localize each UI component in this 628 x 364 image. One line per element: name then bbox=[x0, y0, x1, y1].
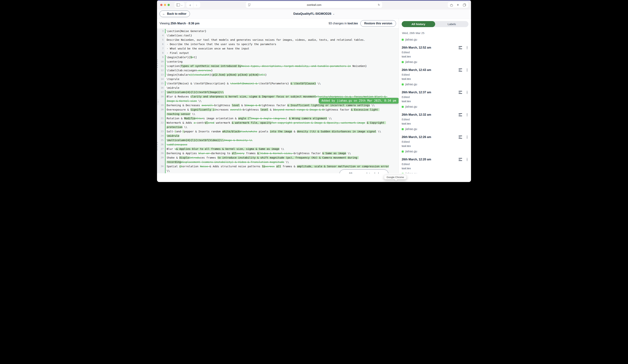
deleted-text: Image & B bbox=[246, 104, 260, 107]
zoom-window-button[interactable] bbox=[167, 4, 170, 6]
line-number: 11 bbox=[157, 64, 165, 68]
history-entry[interactable]: 26th March, 12:37 am Edited tool.tex jia… bbox=[402, 91, 469, 108]
inserted-text: & \textbf{Cause} bbox=[291, 82, 316, 85]
code-text[interactable]: - What would be the execution once we ha… bbox=[165, 46, 398, 51]
code-text[interactable]: \midrule bbox=[165, 86, 398, 90]
code-line: 9 \begin{table*}[h!t] bbox=[157, 55, 398, 60]
close-window-button[interactable] bbox=[160, 4, 162, 6]
code-text[interactable]: \addlinespace bbox=[165, 142, 398, 147]
code-segment: rightness factor bbox=[260, 104, 287, 107]
more-actions-icon[interactable] bbox=[467, 46, 467, 49]
history-entry[interactable]: 26th March, 12:32 am Edited tool.tex jia… bbox=[402, 113, 469, 131]
code-text[interactable]: Shake & DisplaIntroduces frames to intro… bbox=[165, 155, 398, 164]
code-text[interactable]: Darkening & Decreases overall brightness… bbox=[165, 103, 398, 107]
more-actions-icon[interactable] bbox=[467, 91, 467, 94]
code-line: 26 \addlinespace bbox=[157, 142, 398, 147]
code-text[interactable]: \multicolumn{4}{l}{\textbf{Image}}\\ bbox=[165, 90, 398, 94]
code-segment: \midrule bbox=[167, 86, 179, 89]
more-actions-icon[interactable] bbox=[467, 113, 467, 116]
minimize-window-button[interactable] bbox=[164, 4, 166, 6]
main-content: Viewing 25th March · 8:36 pm 93 changes … bbox=[157, 18, 471, 173]
history-entry[interactable]: 26th March, 12:26 am Edited tool.tex jia… bbox=[402, 136, 469, 153]
code-text[interactable]: \label{tab:noisegen_overview} bbox=[165, 68, 398, 73]
browser-sidebar-button[interactable]: ⌄ bbox=[174, 2, 184, 8]
tab-labels[interactable]: Labels bbox=[435, 21, 469, 27]
code-text[interactable]: \caption{Types of synthetic noise introd… bbox=[165, 64, 398, 68]
code-text[interactable]: \toprule bbox=[165, 77, 398, 81]
more-actions-icon[interactable] bbox=[467, 69, 467, 72]
forward-button[interactable]: › bbox=[193, 2, 200, 8]
code-text[interactable]: \multicolumn{4}{l}{\textbf{Video}}\\Imag… bbox=[165, 138, 398, 142]
code-text[interactable]: \centering bbox=[165, 60, 398, 64]
code-text[interactable]: Describe NoiseGen, our tool that models … bbox=[165, 38, 398, 42]
code-text[interactable]: Overexposure & Significantly iIncreases … bbox=[165, 107, 398, 116]
code-text[interactable]: \midrule bbox=[165, 134, 398, 138]
code-segment: Salt- bbox=[167, 130, 175, 133]
inserted-text: into the image bbox=[270, 130, 292, 133]
back-button[interactable]: ‹ bbox=[187, 2, 193, 8]
drag-handle[interactable] bbox=[157, 142, 158, 150]
inserted-text: al bbox=[205, 121, 208, 124]
address-bar[interactable]: overleaf.com ↻ bbox=[246, 2, 382, 8]
code-segment: ncreases bbox=[216, 108, 230, 111]
entry-time: 26th March, 12:37 am bbox=[402, 91, 431, 94]
compare-icon[interactable] bbox=[459, 158, 462, 161]
tab-all-history[interactable]: All history bbox=[402, 21, 435, 27]
code-text[interactable]: Salt--and--pepper & Inserts random white… bbox=[165, 129, 398, 134]
line-number: 31 bbox=[157, 173, 165, 173]
code-line: 17 \multicolumn{4}{l}{\textbf{Image}}\\ bbox=[157, 90, 398, 94]
code-text[interactable]: \textbf{Noise} & \textbf{Description} & … bbox=[165, 81, 398, 86]
collapse-panel-handle[interactable]: ‹ bbox=[157, 99, 159, 105]
more-actions-icon[interactable] bbox=[467, 136, 467, 139]
code-text[interactable]: \begin{table*}[h!t] bbox=[165, 55, 398, 60]
history-entry[interactable]: 26th March, 12:20 am Edited tool.tex jia… bbox=[402, 158, 469, 173]
code-text[interactable]: \label{sec:tool} bbox=[165, 33, 398, 38]
code-line: 4 \label{sec:tool} bbox=[157, 33, 398, 38]
code-text[interactable]: - Final output bbox=[165, 51, 398, 55]
more-actions-icon[interactable] bbox=[467, 158, 467, 161]
code-segment: \begin{table*}[ bbox=[167, 56, 190, 59]
code-text[interactable]: \begin{tabularx}{\textwidth}{p{2.5cm} p{… bbox=[165, 73, 398, 77]
line-number: 14 bbox=[157, 77, 165, 81]
code-segment: \\ bbox=[376, 130, 381, 133]
entry-action: Edited bbox=[402, 51, 469, 54]
compare-icon[interactable] bbox=[459, 46, 462, 49]
code-text[interactable]: \section{Noise Generator} bbox=[165, 29, 398, 33]
compare-icon[interactable] bbox=[459, 113, 462, 116]
code-text[interactable]: - Describe the interface that the user u… bbox=[165, 42, 398, 46]
inserted-text: level bbox=[260, 108, 268, 111]
reload-icon[interactable]: ↻ bbox=[378, 3, 380, 6]
back-to-editor-button[interactable]: ← Back to editor bbox=[159, 10, 190, 17]
share-icon[interactable]: ↑ bbox=[450, 3, 453, 6]
code-segment: darkening to bbox=[211, 152, 232, 155]
code-segment: brightness bbox=[243, 108, 260, 111]
restore-version-button[interactable]: Restore this version bbox=[360, 20, 396, 27]
code-text[interactable]: Watermark & Adds a centralered watermark… bbox=[165, 121, 398, 129]
drag-handle[interactable] bbox=[157, 60, 158, 68]
history-entry[interactable]: 26th March, 12:52 am Edited tool.tex jia… bbox=[402, 46, 469, 64]
code-text[interactable]: Darkening & Applies blur or darkening to… bbox=[165, 151, 398, 155]
entry-time: 26th March, 12:20 am bbox=[402, 158, 431, 161]
code-segment: watermark bbox=[214, 121, 232, 124]
code-text[interactable]: Blur \& Applies blur to all frames & ker… bbox=[165, 147, 398, 151]
inserted-text: to bbox=[262, 165, 265, 168]
new-tab-icon[interactable]: + bbox=[457, 3, 459, 7]
more-updates-button[interactable]: ↓ 28 more updates below bbox=[339, 169, 389, 173]
code-text[interactable]: Rotation & ModifieAlters image orientati… bbox=[165, 116, 398, 121]
code-segment: \\ bbox=[316, 82, 321, 85]
left-arrow-icon: ← bbox=[162, 12, 165, 16]
history-entry[interactable]: 26th March, 12:43 am Edited tool.tex jia… bbox=[402, 68, 469, 86]
diff-code-editor[interactable]: 3 \section{Noise Generator} 4 \label{sec… bbox=[157, 28, 398, 173]
code-segment: \\ bbox=[370, 104, 375, 107]
compare-icon[interactable] bbox=[459, 136, 462, 139]
compare-icon[interactable] bbox=[459, 91, 462, 94]
project-title[interactable]: DataQualityFL-SIGMOD26 ⌄ bbox=[294, 12, 335, 16]
compare-icon[interactable] bbox=[459, 69, 462, 72]
tab-overview-icon[interactable] bbox=[463, 4, 466, 6]
code-segment: \begin{tabular bbox=[167, 73, 189, 76]
deleted-text: Alter bbox=[195, 117, 203, 120]
code-segment: }{ bbox=[210, 73, 213, 76]
deleted-text: Noise types, descriptions, target modali… bbox=[241, 65, 351, 68]
reader-view-icon[interactable] bbox=[248, 3, 250, 6]
line-number: 10 bbox=[157, 60, 165, 64]
